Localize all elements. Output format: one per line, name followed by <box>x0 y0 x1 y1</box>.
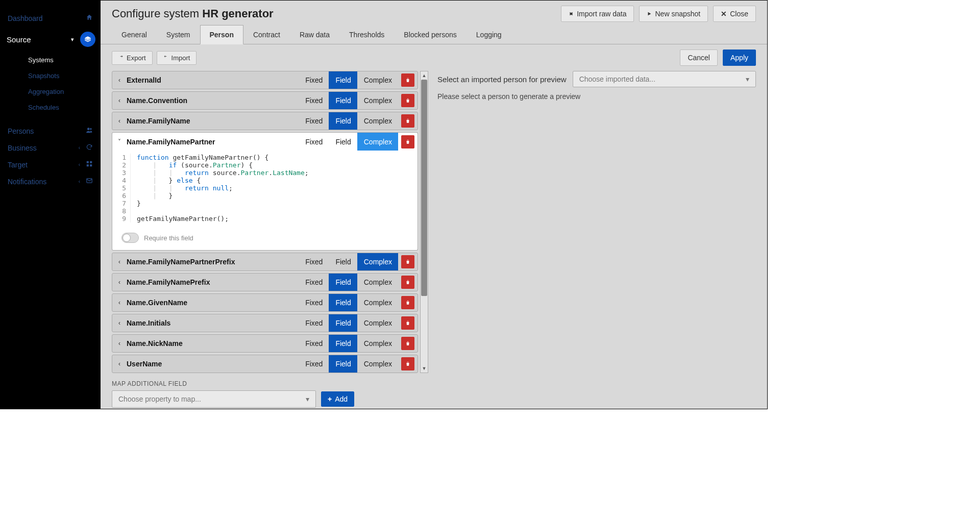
sidebar-snapshots[interactable]: Snapshots <box>22 68 101 84</box>
tab-person[interactable]: Person <box>200 25 243 44</box>
require-toggle[interactable] <box>121 233 139 243</box>
field-button[interactable]: Field <box>329 133 357 151</box>
sidebar-dashboard[interactable]: Dashboard <box>1 10 101 27</box>
fixed-button[interactable]: Fixed <box>299 355 329 373</box>
field-button[interactable]: Field <box>329 294 357 311</box>
fixed-button[interactable]: Fixed <box>299 314 329 332</box>
chevron-left-icon[interactable]: ‹ <box>112 319 127 327</box>
delete-button[interactable] <box>401 114 414 128</box>
field-button[interactable]: Field <box>329 355 357 373</box>
delete-button[interactable] <box>401 135 414 148</box>
complex-button[interactable]: Complex <box>357 335 398 352</box>
fixed-button[interactable]: Fixed <box>299 274 329 291</box>
field-row: ‹Name.ConventionFixedFieldComplex <box>112 91 418 110</box>
require-label: Require this field <box>144 234 193 242</box>
delete-button[interactable] <box>401 94 414 107</box>
field-row: ˅Name.FamilyNamePartnerFixedFieldComplex <box>112 132 418 151</box>
field-button[interactable]: Field <box>329 274 357 291</box>
fixed-button[interactable]: Fixed <box>299 294 329 311</box>
tab-contract[interactable]: Contract <box>243 25 290 44</box>
import-raw-button[interactable]: Import raw data <box>561 6 634 22</box>
sidebar-schedules[interactable]: Schedules <box>22 100 101 115</box>
tab-raw-data[interactable]: Raw data <box>290 25 339 44</box>
trash-icon <box>405 339 410 348</box>
scroll-up-icon[interactable]: ▲ <box>421 71 428 80</box>
scrollbar[interactable]: ▲ ▼ <box>420 71 428 373</box>
sidebar-persons[interactable]: Persons <box>1 122 101 139</box>
fixed-button[interactable]: Fixed <box>299 112 329 130</box>
tab-thresholds[interactable]: Thresholds <box>339 25 394 44</box>
chevron-left-icon[interactable]: ‹ <box>112 77 127 84</box>
complex-button[interactable]: Complex <box>357 314 398 332</box>
delete-button[interactable] <box>401 357 414 370</box>
fixed-button[interactable]: Fixed <box>299 71 329 89</box>
field-button[interactable]: Field <box>329 253 357 270</box>
field-button[interactable]: Field <box>329 71 357 89</box>
sidebar-target[interactable]: Target ‹ <box>1 156 101 173</box>
complex-button[interactable]: Complex <box>357 112 398 130</box>
add-button[interactable]: +Add <box>321 391 354 407</box>
refresh-icon <box>85 143 93 152</box>
field-row: ‹Name.InitialsFixedFieldComplex <box>112 314 418 332</box>
chevron-left-icon[interactable]: ‹ <box>112 279 127 286</box>
tab-blocked-persons[interactable]: Blocked persons <box>394 25 467 44</box>
complex-button[interactable]: Complex <box>357 294 398 311</box>
complex-button[interactable]: Complex <box>357 92 398 109</box>
fixed-button[interactable]: Fixed <box>299 253 329 270</box>
code-editor[interactable]: 123456789function getFamilyNamePartner()… <box>112 151 418 228</box>
trash-icon <box>405 299 410 307</box>
sidebar-notifications[interactable]: Notifications ‹ <box>1 173 101 190</box>
delete-button[interactable] <box>401 276 414 289</box>
svg-point-1 <box>90 128 92 130</box>
delete-button[interactable] <box>401 337 414 350</box>
apply-button[interactable]: Apply <box>723 49 756 66</box>
field-button[interactable]: Field <box>329 335 357 352</box>
field-button[interactable]: Field <box>329 92 357 109</box>
delete-button[interactable] <box>401 73 414 87</box>
close-button[interactable]: ✕ Close <box>713 6 756 22</box>
svg-rect-4 <box>87 164 89 166</box>
import-button[interactable]: Import <box>157 51 197 65</box>
complex-button[interactable]: Complex <box>357 355 398 373</box>
complex-button[interactable]: Complex <box>357 71 398 89</box>
tabs: GeneralSystemPersonContractRaw dataThres… <box>101 25 767 44</box>
chevron-left-icon[interactable]: ‹ <box>112 258 127 265</box>
chevron-left-icon[interactable]: ‹ <box>112 340 127 347</box>
tab-general[interactable]: General <box>112 25 157 44</box>
chevron-down-icon[interactable]: ˅ <box>112 138 127 145</box>
delete-button[interactable] <box>401 316 414 330</box>
sidebar-business[interactable]: Business ‹ <box>1 139 101 156</box>
trash-icon <box>405 258 410 266</box>
chevron-left-icon: ‹ <box>79 179 80 184</box>
preview-select[interactable]: Choose imported data... ▾ <box>573 71 756 87</box>
complex-button[interactable]: Complex <box>357 133 398 151</box>
tab-logging[interactable]: Logging <box>467 25 511 44</box>
import-icon <box>569 11 574 16</box>
complex-button[interactable]: Complex <box>357 253 398 270</box>
field-button[interactable]: Field <box>329 314 357 332</box>
fixed-button[interactable]: Fixed <box>299 335 329 352</box>
scroll-down-icon[interactable]: ▼ <box>421 364 428 373</box>
field-button[interactable]: Field <box>329 112 357 130</box>
complex-button[interactable]: Complex <box>357 274 398 291</box>
home-icon <box>85 14 93 22</box>
delete-button[interactable] <box>401 296 414 309</box>
cancel-button[interactable]: Cancel <box>680 49 718 66</box>
map-property-select[interactable]: Choose property to map... ▾ <box>112 390 316 408</box>
fixed-button[interactable]: Fixed <box>299 133 329 151</box>
chevron-left-icon[interactable]: ‹ <box>112 299 127 306</box>
chevron-left-icon[interactable]: ‹ <box>112 360 127 367</box>
export-button[interactable]: Export <box>112 51 153 65</box>
chevron-left-icon[interactable]: ‹ <box>112 97 127 104</box>
sidebar-aggregation[interactable]: Aggregation <box>22 84 101 100</box>
sidebar: Dashboard Source ▾ Systems Snapshots Agg… <box>1 1 101 409</box>
sidebar-source[interactable]: Source ▾ <box>1 27 101 52</box>
delete-button[interactable] <box>401 255 414 268</box>
new-snapshot-button[interactable]: New snapshot <box>639 6 708 22</box>
field-row: ‹Name.FamilyNamePartnerPrefixFixedFieldC… <box>112 253 418 271</box>
sidebar-systems[interactable]: Systems <box>22 52 101 68</box>
fixed-button[interactable]: Fixed <box>299 92 329 109</box>
tab-system[interactable]: System <box>157 25 200 44</box>
main-panel: Configure system HR generator Import raw… <box>101 1 767 409</box>
chevron-left-icon[interactable]: ‹ <box>112 117 127 125</box>
